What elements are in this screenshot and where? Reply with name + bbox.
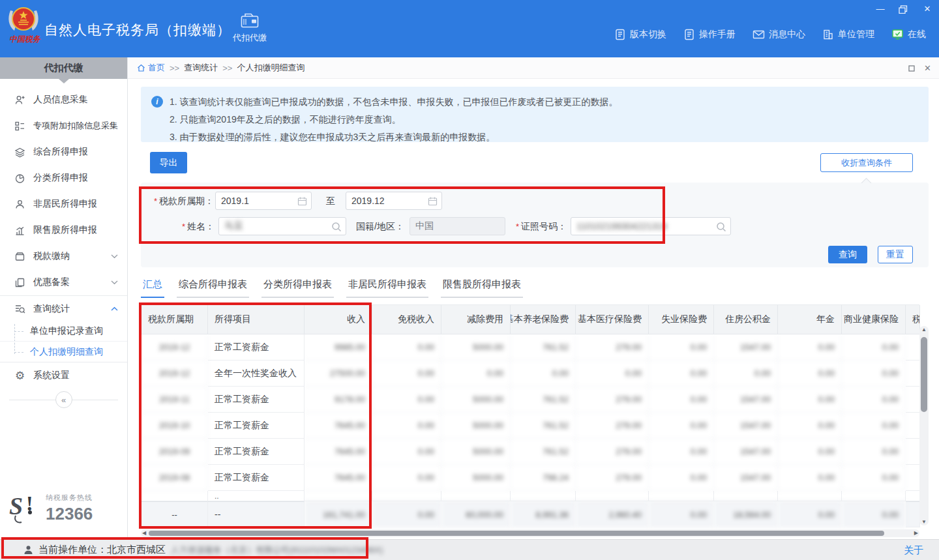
close-icon[interactable]: ✕: [922, 4, 932, 14]
header-tab-daikou-daijiao[interactable]: 代扣代缴: [227, 12, 273, 44]
vertical-scrollbar[interactable]: ▲ ▼: [919, 326, 929, 525]
column-header: 免税收入: [372, 305, 441, 334]
table-cell: 798.24: [511, 465, 576, 491]
table-header-row: 税款所属期所得项目收入免税收入减除费用基本养老保险费基本医疗保险费失业保险费住房…: [142, 305, 919, 334]
table-cell: [714, 491, 778, 501]
menu-label: 版本切换: [630, 29, 666, 40]
scroll-right-icon[interactable]: ▶: [914, 529, 918, 537]
tab-restricted-stock[interactable]: 限售股所得申报表: [441, 278, 523, 298]
table-cell: 0.00: [649, 334, 714, 361]
about-link[interactable]: 关于: [904, 544, 923, 557]
table-cell: [906, 361, 920, 387]
query-form-panel: 税款所属期： 2019.1 至 2019.12 姓名： 马晨 国籍/地区： 中国…: [141, 183, 929, 267]
period-to-value: 2019.12: [351, 196, 385, 206]
bar-chart-icon: [14, 225, 25, 236]
search-icon[interactable]: [331, 222, 342, 232]
scroll-left-icon[interactable]: ◀: [142, 529, 146, 537]
sidebar-subitem-unit-declaration-records[interactable]: 单位申报记录查询: [0, 321, 127, 342]
layers-icon: [14, 147, 25, 158]
table-cell: 2019-08: [142, 465, 208, 491]
table-cell: 2019-09: [142, 439, 208, 465]
sidebar-item-nonresident-income[interactable]: 非居民所得申报: [0, 191, 127, 217]
column-header: 住房公积金: [714, 305, 778, 334]
minimize-icon[interactable]: —: [875, 4, 886, 14]
sidebar-item-label: 限售股所得申报: [33, 224, 97, 236]
table-cell: [906, 334, 920, 361]
table-cell: 0.00: [372, 439, 441, 465]
horizontal-scroll-thumb[interactable]: [149, 531, 884, 536]
table-cell: 7645.00: [305, 439, 372, 465]
document-icon: [614, 29, 626, 40]
sidebar-item-system-settings[interactable]: ⚙ 系统设置: [0, 362, 127, 389]
horizontal-scrollbar[interactable]: ◀ ▶: [141, 529, 919, 537]
tab-nonresident-income[interactable]: 非居民所得申报表: [346, 278, 428, 298]
reset-button[interactable]: 重置: [878, 246, 913, 263]
menu-manual[interactable]: 操作手册: [683, 29, 736, 40]
menu-label: 在线: [908, 29, 926, 40]
name-input[interactable]: 马晨: [218, 217, 346, 235]
tab-comprehensive-income[interactable]: 综合所得申报表: [177, 278, 249, 298]
panel-close-icon[interactable]: ✕: [924, 63, 931, 73]
table-row: ..: [142, 491, 919, 501]
id-number-input[interactable]: 110102199304221319: [571, 217, 731, 235]
calendar-icon[interactable]: [297, 196, 307, 206]
table-cell: 0.00: [778, 501, 842, 527]
table-cell: [511, 491, 576, 501]
table-cell: 1547.00: [714, 465, 778, 491]
table-cell: [906, 491, 920, 501]
search-list-icon: [14, 303, 25, 314]
sidebar-item-classified-income[interactable]: 分类所得申报: [0, 165, 127, 191]
menu-message-center[interactable]: 消息中心: [753, 29, 805, 40]
breadcrumb-home[interactable]: 首页: [137, 62, 165, 74]
tab-classified-income[interactable]: 分类所得申报表: [261, 278, 334, 298]
document-icon: [683, 29, 695, 40]
column-header: 基本养老保险费: [511, 305, 576, 334]
panel-restore-icon[interactable]: [908, 65, 915, 72]
sidebar-item-tax-payment[interactable]: 税款缴纳: [0, 243, 127, 269]
table-cell: 0.00: [649, 387, 714, 413]
breadcrumb: 首页 >> 查询统计 >> 个人扣缴明细查询 ✕: [128, 57, 939, 79]
tab-summary[interactable]: 汇总: [141, 278, 164, 298]
menu-version-switch[interactable]: 版本切换: [614, 29, 666, 40]
sidebar-item-preferential-filing[interactable]: 优惠备案: [0, 269, 127, 295]
sidebar-item-label: 非居民所得申报: [33, 198, 97, 210]
sidebar-item-comprehensive-income[interactable]: 综合所得申报: [0, 139, 127, 165]
menu-unit-management[interactable]: 单位管理: [822, 29, 874, 40]
sidebar-subitem-personal-withholding-detail[interactable]: 个人扣缴明细查询: [0, 342, 127, 362]
sidebar-item-label: 人员信息采集: [33, 94, 88, 106]
table-cell: 761.52: [511, 334, 576, 361]
scroll-down-icon[interactable]: ▼: [919, 519, 929, 525]
collapse-filters-button[interactable]: 收折查询条件: [820, 153, 913, 172]
sidebar-item-special-deduction[interactable]: 专项附加扣除信息采集: [0, 113, 127, 139]
column-header: 基本医疗保险费: [576, 305, 649, 334]
info-icon: i: [151, 96, 163, 108]
sidebar: 代扣代缴 人员信息采集 专项附加扣除信息采集 综合所得申报 分类所得申报 非居民…: [0, 57, 128, 539]
period-from-input[interactable]: 2019.1: [215, 192, 312, 210]
vertical-scroll-thumb[interactable]: [921, 337, 927, 412]
calendar-icon[interactable]: [428, 196, 438, 206]
scroll-up-icon[interactable]: ▲: [919, 327, 929, 332]
header-tab-label: 代扣代缴: [227, 32, 273, 44]
menu-online-status[interactable]: 在线: [891, 29, 926, 40]
menu-label: 单位管理: [838, 29, 874, 40]
query-button[interactable]: 查询: [828, 246, 867, 263]
sidebar-item-query-statistics[interactable]: 查询统计: [0, 295, 127, 321]
table-cell: 0.00: [649, 413, 714, 439]
table-cell: [778, 491, 842, 501]
table-cell: 279.00: [576, 439, 649, 465]
period-to-input[interactable]: 2019.12: [346, 192, 442, 210]
sidebar-item-restricted-stock[interactable]: 限售股所得申报: [0, 217, 127, 243]
table-cell: [441, 491, 511, 501]
breadcrumb-current-page: 个人扣缴明细查询: [237, 62, 305, 74]
menu-label: 操作手册: [699, 29, 736, 40]
sidebar-item-label: 综合所得申报: [33, 146, 88, 158]
restore-icon[interactable]: [899, 5, 909, 14]
sidebar-collapse-button[interactable]: «: [55, 391, 72, 408]
export-button[interactable]: 导出: [150, 152, 187, 173]
nationality-input: 中国: [410, 217, 505, 235]
sidebar-item-personnel-info[interactable]: 人员信息采集: [0, 87, 127, 113]
table-cell: 0.00: [842, 361, 906, 387]
current-unit-label: 当前操作单位：北京市西城区: [38, 544, 166, 556]
table-cell: 279.00: [576, 334, 649, 361]
search-icon[interactable]: [716, 222, 726, 232]
